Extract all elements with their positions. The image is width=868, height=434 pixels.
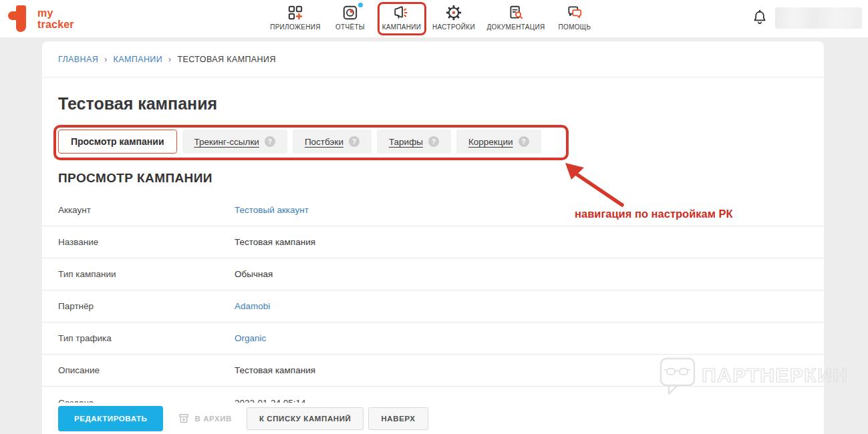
reports-notification-dot — [358, 3, 363, 7]
breadcrumb-campaigns[interactable]: КАМПАНИИ — [114, 55, 163, 64]
field-row-traffic-type: Тип трафика Organic — [42, 322, 824, 355]
field-row-campaign-type: Тип кампании Обычная — [42, 258, 824, 290]
tab-campaign-view[interactable]: Просмотр кампании — [58, 130, 177, 154]
section-heading: ПРОСМОТР КАМПАНИИ — [58, 171, 824, 186]
campaign-tabs: Просмотр кампании Трекинг-ссылки ? Постб… — [58, 130, 824, 154]
nav-label-campaigns: КАМПАНИИ — [382, 23, 422, 31]
breadcrumb-separator: › — [104, 55, 107, 64]
campaigns-megaphone-icon — [393, 4, 410, 21]
tab-corrections[interactable]: Коррекции ? — [456, 130, 541, 154]
nav-item-help[interactable]: ПОМОЩЬ — [538, 4, 611, 35]
help-circle-icon[interactable]: ? — [349, 136, 359, 147]
app-header: my tracker ПРИЛОЖЕНИЯ ОТЧЁТЫ — [0, 0, 868, 37]
tab-tracking-links[interactable]: Трекинг-ссылки ? — [182, 130, 287, 154]
nav-label-settings: НАСТРОЙКИ — [432, 23, 475, 31]
tab-postbacks[interactable]: Постбэки ? — [293, 130, 372, 154]
field-row-description: Описание Тестовая кампания — [42, 355, 824, 387]
mytracker-logo-icon — [8, 5, 32, 32]
partner-link[interactable]: Adamobi — [235, 301, 270, 311]
documentation-icon — [507, 4, 525, 21]
field-row-account: Аккаунт Тестовый аккаунт — [42, 194, 824, 226]
help-circle-icon[interactable]: ? — [428, 136, 439, 147]
user-account-redacted[interactable] — [775, 7, 862, 29]
page-title: Тестовая кампания — [58, 94, 824, 114]
notifications-bell-icon[interactable] — [751, 9, 768, 27]
field-row-partner: Партнёр Adamobi — [42, 290, 824, 322]
apps-icon — [287, 4, 304, 21]
help-circle-icon[interactable]: ? — [265, 136, 275, 147]
tab-tariffs[interactable]: Тарифы ? — [377, 130, 451, 154]
campaign-fields: Аккаунт Тестовый аккаунт Название Тестов… — [42, 194, 824, 419]
back-to-campaign-list-button[interactable]: К СПИСКУ КАМПАНИЙ — [247, 407, 364, 430]
nav-label-reports: ОТЧЁТЫ — [335, 23, 365, 31]
mytracker-logo[interactable]: my tracker — [8, 5, 74, 32]
edit-button[interactable]: РЕДАКТИРОВАТЬ — [58, 406, 163, 431]
nav-label-documentation: ДОКУМЕНТАЦИЯ — [487, 23, 545, 31]
breadcrumb-current: ТЕСТОВАЯ КАМПАНИЯ — [178, 55, 276, 64]
reports-icon — [341, 4, 359, 21]
field-row-name: Название Тестовая кампания — [42, 226, 824, 258]
mytracker-logo-text: my tracker — [37, 7, 74, 30]
archive-box-icon — [178, 413, 190, 424]
breadcrumb-home[interactable]: ГЛАВНАЯ — [58, 55, 98, 64]
footer-action-bar: РЕДАКТИРОВАТЬ В АРХИВ К СПИСКУ КАМПАНИЙ … — [42, 403, 824, 434]
help-chat-icon — [566, 4, 583, 21]
scroll-to-top-button[interactable]: НАВЕРХ — [368, 407, 428, 430]
nav-label-help: ПОМОЩЬ — [559, 23, 591, 31]
content-card: ГЛАВНАЯ › КАМПАНИИ › ТЕСТОВАЯ КАМПАНИЯ Т… — [42, 41, 824, 434]
breadcrumb-separator: › — [168, 55, 171, 64]
breadcrumb: ГЛАВНАЯ › КАМПАНИИ › ТЕСТОВАЯ КАМПАНИЯ — [42, 41, 824, 77]
help-circle-icon[interactable]: ? — [519, 136, 529, 147]
account-link[interactable]: Тестовый аккаунт — [235, 205, 309, 215]
settings-gear-icon — [445, 4, 462, 21]
archive-button[interactable]: В АРХИВ — [178, 413, 231, 424]
traffic-type-link[interactable]: Organic — [235, 333, 266, 343]
